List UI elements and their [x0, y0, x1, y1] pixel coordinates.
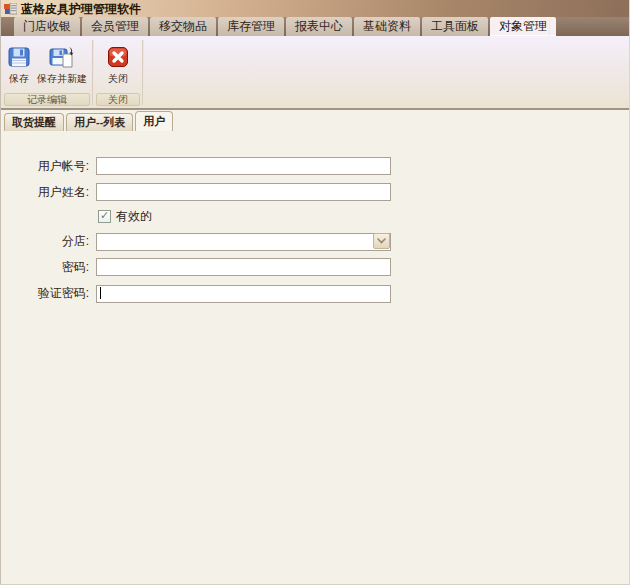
tab-member-management[interactable]: 会员管理 — [82, 17, 148, 36]
user-form-panel: 用户帐号: 用户姓名: 有效的 分店: 密码: — [1, 131, 629, 584]
window-title: 蓝格皮具护理管理软件 — [21, 3, 141, 15]
close-icon — [107, 45, 129, 69]
save-new-icon — [49, 45, 76, 69]
user-account-label: 用户帐号: — [1, 158, 89, 175]
user-name-label: 用户姓名: — [1, 184, 89, 201]
save-and-new-button-label: 保存并新建 — [37, 72, 87, 86]
verify-password-input[interactable] — [96, 285, 391, 303]
user-name-input[interactable] — [96, 183, 391, 201]
tab-strip-separator — [549, 19, 550, 36]
ribbon-group-close: 关闭 关闭 — [95, 38, 141, 108]
ribbon-group-buttons: 关闭 — [95, 38, 141, 93]
form-row-branch: 分店: — [1, 232, 629, 250]
form-row-account: 用户帐号: — [1, 157, 629, 175]
tab-object-management[interactable]: 对象管理 — [490, 17, 556, 36]
tab-tool-panel[interactable]: 工具面板 — [422, 17, 488, 36]
ribbon-group-label-record-edit: 记录编辑 — [4, 93, 90, 106]
password-input[interactable] — [96, 258, 391, 276]
branch-combo-input[interactable] — [96, 233, 391, 251]
close-button-label: 关闭 — [108, 72, 128, 86]
ribbon-group-buttons: 保存 保存并新建 — [3, 38, 91, 93]
password-label: 密码: — [1, 259, 89, 276]
ribbon-toolbar: 保存 保存并新建 记录编辑 — [1, 36, 629, 110]
ribbon-group-record-edit: 保存 保存并新建 记录编辑 — [3, 38, 91, 108]
save-and-new-button[interactable]: 保存并新建 — [34, 39, 90, 89]
chevron-down-icon — [377, 238, 386, 244]
form-row-password: 密码: — [1, 258, 629, 276]
tab-report-center[interactable]: 报表中心 — [286, 17, 352, 36]
document-tab-strip: 取货提醒 用户--列表 用户 — [1, 110, 629, 131]
verify-password-wrap — [96, 284, 391, 302]
form-row-name: 用户姓名: — [1, 183, 629, 201]
tab-store-cashier[interactable]: 门店收银 — [14, 17, 80, 36]
ribbon-group-label-close: 关闭 — [96, 93, 140, 106]
subtab-user-list[interactable]: 用户--列表 — [66, 113, 133, 131]
save-icon — [7, 45, 31, 69]
title-bar: 蓝格皮具护理管理软件 — [1, 0, 629, 17]
ribbon-group-separator — [92, 40, 94, 105]
save-button-label: 保存 — [9, 72, 29, 86]
tab-basic-data[interactable]: 基础资料 — [354, 17, 420, 36]
form-row-verify-password: 验证密码: — [1, 284, 629, 302]
verify-password-label: 验证密码: — [1, 285, 89, 302]
save-button[interactable]: 保存 — [4, 39, 34, 89]
app-window: 蓝格皮具护理管理软件 门店收银 会员管理 移交物品 库存管理 报表中心 基础资料… — [0, 0, 630, 585]
ribbon-group-separator — [142, 40, 144, 105]
branch-dropdown-button[interactable] — [373, 233, 390, 249]
tab-transfer-items[interactable]: 移交物品 — [150, 17, 216, 36]
branch-combobox — [96, 232, 391, 250]
branch-label: 分店: — [1, 233, 89, 250]
close-button[interactable]: 关闭 — [104, 39, 132, 89]
tab-inventory-management[interactable]: 库存管理 — [218, 17, 284, 36]
main-tab-strip: 门店收银 会员管理 移交物品 库存管理 报表中心 基础资料 工具面板 对象管理 — [1, 17, 629, 36]
valid-checkbox-label: 有效的 — [116, 208, 152, 225]
subtab-pickup-reminder[interactable]: 取货提醒 — [4, 113, 64, 131]
valid-checkbox[interactable] — [98, 210, 111, 223]
app-icon — [4, 3, 17, 15]
form-row-valid: 有效的 — [98, 209, 629, 224]
text-caret — [100, 287, 101, 299]
subtab-user[interactable]: 用户 — [135, 111, 173, 131]
user-account-input[interactable] — [96, 157, 391, 175]
